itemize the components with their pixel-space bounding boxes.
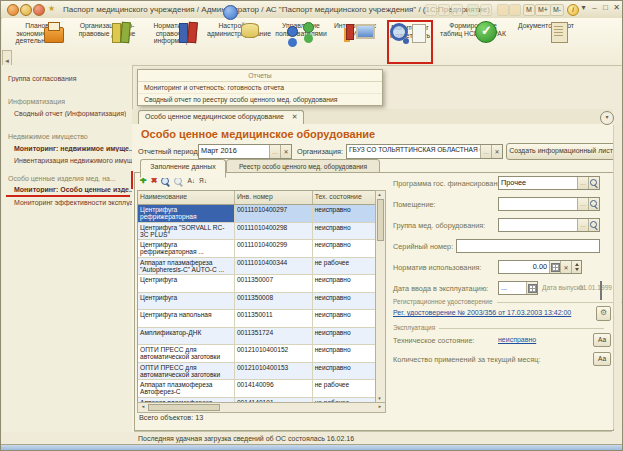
home-button[interactable] — [33, 4, 45, 16]
cell-inv[interactable]: 0011350008 — [235, 293, 313, 310]
table-row[interactable]: Центрифуга0011350008неисправно — [138, 293, 376, 311]
ribbon-item-planning[interactable]: Планово-экономическая деятельность... — [7, 20, 73, 64]
period-field[interactable]: Март 2016 … ✕ — [198, 144, 292, 159]
cell-inv[interactable]: 00111010400299 — [235, 240, 313, 257]
menu-item-summary-report[interactable]: Сводный отчет по реестру особо ценного м… — [138, 94, 382, 105]
cell-state[interactable]: неисправно — [313, 293, 376, 310]
menu-item-readiness-report[interactable]: Мониторинг и отчетность: готовность отче… — [138, 82, 382, 94]
cell-inv[interactable]: 00111010400344 — [235, 258, 313, 275]
clear-button[interactable]: ✕ — [560, 261, 571, 273]
collapse-panel-button[interactable]: ▾ — [600, 111, 614, 125]
cell-name[interactable]: Центрифуга рефрижераторная ... — [138, 240, 235, 257]
table-row[interactable]: Центрифуга напольная0011350011неисправно — [138, 310, 376, 328]
room-field[interactable]: … — [498, 197, 600, 211]
ribbon-item-user-management[interactable]: Управление пользователями — [271, 20, 331, 64]
choose-button[interactable]: … — [577, 198, 588, 210]
sidebar-item-approval-group[interactable]: Группа согласования — [8, 75, 77, 82]
cell-name[interactable]: Центрифуга "SORVALL RC-3C PLUS" — [138, 223, 235, 240]
sidebar-item-monitoring-real-estate[interactable]: Мониторинг: недвижимое имуще... — [14, 145, 135, 152]
cell-name[interactable]: Аппарат плазмофереза Автоферез-С — [138, 380, 235, 397]
table-row[interactable]: Центрифуга0011350007неисправно — [138, 275, 376, 293]
nav-forward-button[interactable] — [20, 4, 32, 16]
commissioning-date-field[interactable]: ... — [498, 281, 538, 295]
column-header-state[interactable]: Тех. состояние — [313, 191, 376, 204]
table-row[interactable]: ОПТИ ПРЕСС для автоматической заготовки0… — [138, 345, 376, 363]
calculator-button[interactable] — [549, 261, 560, 273]
ribbon-item-reference-info[interactable]: Нормативно-справочная информация — [141, 20, 207, 64]
table-row[interactable]: Аппарат плазмафереза "Autopheresis-C" AU… — [138, 258, 376, 276]
create-info-sheet-button[interactable]: Создать информационный лист — [506, 143, 616, 160]
program-field[interactable]: Прочее … — [498, 176, 600, 190]
table-row[interactable]: Амплификатор-ДНК0011351724неисправно — [138, 328, 376, 346]
cell-inv[interactable]: 00121010400152 — [235, 345, 313, 362]
cell-state[interactable]: неисправно — [313, 223, 376, 240]
cell-name[interactable]: Аппарат плазмафереза "Autopheresis-C" AU… — [138, 258, 235, 275]
table-row[interactable]: Центрифуга рефрижераторная00111010400297… — [138, 205, 376, 223]
titlebar-chevron-icon[interactable]: ▾ — [578, 3, 589, 12]
scrollbar-thumb[interactable] — [148, 404, 220, 411]
calendar-button[interactable] — [526, 282, 537, 294]
form-scrollbar-rail[interactable] — [613, 125, 621, 429]
cell-state[interactable]: неисправно — [313, 345, 376, 362]
table-vertical-scrollbar[interactable]: ▲ ▼ — [375, 190, 386, 403]
minimize-button[interactable]: – — [589, 3, 600, 12]
cell-name[interactable]: Центрифуга напольная — [138, 310, 235, 327]
cell-inv[interactable]: 00111010400297 — [235, 205, 313, 222]
close-button[interactable]: ✕ — [611, 3, 622, 12]
table-row[interactable]: Центрифуга рефрижераторная ...0011101040… — [138, 240, 376, 258]
scrollbar-thumb[interactable] — [377, 199, 384, 241]
tech-state-link[interactable]: неисправно — [498, 336, 536, 343]
scroll-up-icon[interactable]: ▲ — [376, 192, 383, 197]
cell-inv[interactable]: 0011350011 — [235, 310, 313, 327]
cell-name[interactable]: Центрифуга — [138, 293, 235, 310]
cell-state[interactable]: неисправно — [313, 205, 376, 222]
scroll-right-icon[interactable]: ► — [376, 404, 384, 409]
ribbon-item-document-flow[interactable]: Документооборот — [511, 20, 581, 64]
table-row[interactable]: Аппарат плазмофереза Автоферез-С00141400… — [138, 380, 376, 398]
open-search-button[interactable] — [588, 219, 599, 231]
titlebar-tool-icon[interactable] — [497, 4, 509, 16]
titlebar-tool-icon[interactable] — [438, 4, 450, 16]
ribbon-item-administration[interactable]: Настройка и администрирование — [207, 20, 269, 64]
table-row[interactable]: Центрифуга "SORVALL RC-3C PLUS"001110104… — [138, 223, 376, 241]
scroll-left-icon[interactable]: ◄ — [139, 404, 147, 409]
ribbon-item-monitoring-reports[interactable]: Мониторинг и отчетность — [387, 20, 433, 64]
cell-inv[interactable]: 0011351724 — [235, 328, 313, 345]
cell-name[interactable]: Амплификатор-ДНК — [138, 328, 235, 345]
sidebar-item-monitoring-valuable[interactable]: Мониторинг: Особо ценные изде... — [14, 186, 135, 193]
cell-name[interactable]: ОПТИ ПРЕСС для автоматической заготовки — [138, 363, 235, 380]
titlebar-tool-icon[interactable] — [467, 4, 479, 16]
column-header-name[interactable]: Наименование — [138, 191, 235, 204]
titlebar-tool-icon[interactable] — [425, 4, 437, 16]
table-horizontal-scrollbar[interactable]: ◄ ► — [137, 402, 386, 413]
usage-norm-field[interactable]: 0.00 ✕ — [498, 260, 582, 274]
titlebar-tool-icon[interactable] — [451, 4, 463, 16]
titlebar-tool-icon[interactable] — [480, 4, 492, 16]
cell-state[interactable]: не рабочее — [313, 380, 376, 397]
cell-state[interactable]: неисправно — [313, 240, 376, 257]
cell-name[interactable]: ОПТИ ПРЕСС для автоматической заготовки — [138, 345, 235, 362]
cell-inv[interactable]: 00111010400298 — [235, 223, 313, 240]
choose-button[interactable]: … — [480, 145, 491, 158]
choose-button[interactable]: … — [577, 177, 588, 189]
cell-state[interactable]: неисправно — [313, 328, 376, 345]
cell-inv[interactable]: 0014140096 — [235, 380, 313, 397]
ribbon-item-legal-data[interactable]: Организационно-правовые данные — [75, 20, 139, 64]
column-header-inventory[interactable]: Инв. номер — [235, 191, 313, 204]
tab-close-icon[interactable]: ✕ — [292, 113, 298, 120]
cell-inv[interactable]: 0011350007 — [235, 275, 313, 292]
favorites-star-icon[interactable]: ★ — [48, 4, 55, 13]
gear-button[interactable]: ⚙ — [596, 306, 611, 321]
equipment-group-field[interactable]: … — [498, 218, 600, 232]
aa-format-button[interactable]: Аа — [593, 333, 611, 347]
calc-m-minus-button[interactable]: М- — [550, 4, 564, 16]
cell-state[interactable]: не рабочее — [313, 258, 376, 275]
sidebar-item-inventory[interactable]: Инвентаризация недвижимого имущес... — [14, 157, 136, 164]
cell-state[interactable]: неисправно — [313, 310, 376, 327]
choose-button[interactable]: … — [269, 145, 280, 158]
sidebar-item-efficiency-monitoring[interactable]: Мониторинг эффективности эксплуата... — [14, 199, 136, 206]
aa-format-button[interactable]: Аа — [593, 352, 611, 366]
ribbon-item-nsi-tables[interactable]: Формирование таблиц НСИ АКТРАК — [439, 20, 507, 64]
clear-button[interactable]: ✕ — [280, 145, 291, 158]
sidebar-item-summary-report[interactable]: Сводный отчет (Информатизация) — [14, 110, 126, 117]
